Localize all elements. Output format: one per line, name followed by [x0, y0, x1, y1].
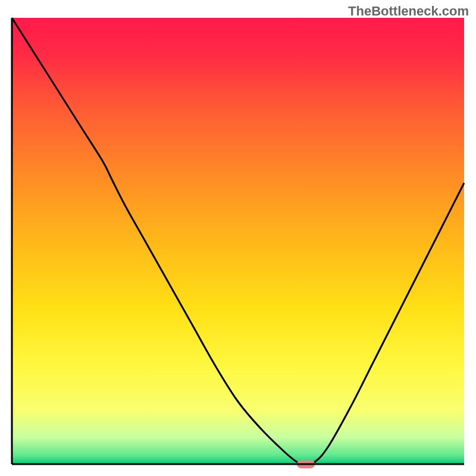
bottleneck-chart: TheBottleneck.com	[0, 0, 476, 476]
watermark-text: TheBottleneck.com	[348, 4, 469, 19]
gradient-background	[12, 18, 464, 464]
chart-svg	[0, 0, 476, 476]
